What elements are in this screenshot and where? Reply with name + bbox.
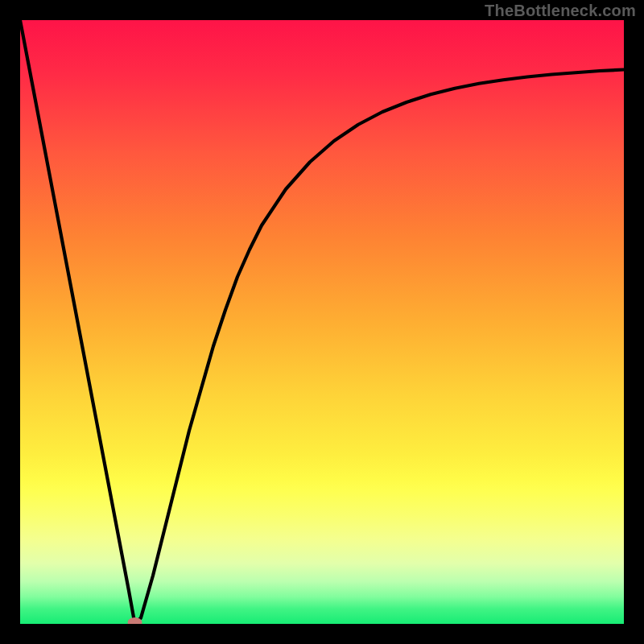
plot-area bbox=[20, 20, 624, 624]
watermark-text: TheBottleneck.com bbox=[485, 2, 636, 20]
gradient-background bbox=[20, 20, 624, 624]
chart-svg bbox=[20, 20, 624, 624]
outer-black-frame: TheBottleneck.com bbox=[0, 0, 644, 644]
